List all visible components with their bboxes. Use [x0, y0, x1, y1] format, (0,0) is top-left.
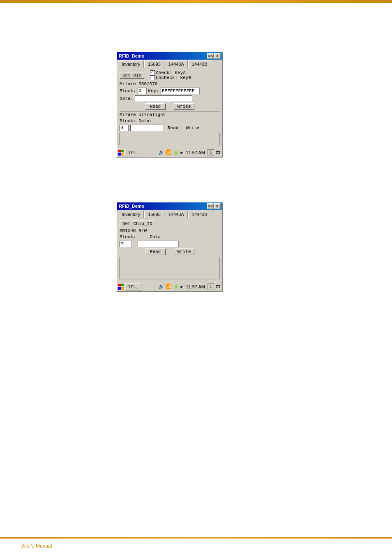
ul-block-input[interactable]: [120, 125, 129, 131]
write-btn[interactable]: Write: [174, 103, 194, 110]
tab-1-inventory[interactable]: Inventory: [118, 60, 144, 68]
ul-write-btn[interactable]: Write: [183, 125, 202, 131]
dialog-2-taskbar: RFI... 🔊 📶 🔋 ▶ 11:57 AM 1 🗔: [117, 282, 222, 291]
dialog-2-title: RFID_Demo: [119, 204, 144, 209]
window-icon: 🗔: [215, 149, 221, 156]
ul-block-data-label: Block: Data:: [120, 118, 152, 123]
d2-data-label: Data:: [150, 235, 164, 239]
ul-data-input[interactable]: [130, 125, 163, 131]
d2-block-input[interactable]: [120, 241, 132, 247]
top-bar: [0, 0, 392, 3]
data-row: Data:: [120, 95, 220, 102]
output-area-1: [120, 133, 220, 145]
ultralight-label: Mifare Ultralight: [120, 112, 166, 117]
d2-data-input[interactable]: [138, 241, 179, 247]
block-input[interactable]: [138, 88, 147, 94]
tab-1-14443a[interactable]: 14443A: [165, 60, 188, 68]
title-buttons-2: OK X: [207, 203, 221, 209]
footer-text: User's Manual: [21, 543, 52, 549]
speaker-icon: 🔊: [158, 149, 164, 156]
keya-checkbox[interactable]: [150, 70, 155, 75]
checkbox-area: Check: KeyA Uncheck: KeyB: [150, 70, 191, 80]
d2-read-btn[interactable]: Read: [145, 248, 166, 255]
tab-1-14443b[interactable]: 14443B: [188, 60, 211, 68]
dialog-1-title: RFID_Demo: [119, 53, 144, 58]
srix4k-label: SRIX4K R/W: [120, 228, 147, 233]
get-chip-id-row: Get Chip_ID: [120, 221, 220, 227]
taskbar-icons-1: 🔊 📶 🔋 ▶ 11:57 AM 1 🗔: [158, 149, 221, 156]
taskbar-time-2: 11:57 AM: [184, 284, 207, 289]
window-icon-2: 🗔: [215, 283, 221, 290]
ultralight-label-row: Mifare Ultralight: [120, 112, 220, 117]
keyb-label: Uncheck: KeyB: [156, 75, 191, 80]
d2-write-btn[interactable]: Write: [174, 248, 194, 255]
dialog-1: RFID_Demo OK X Inventory 15693 14443A 14…: [116, 51, 223, 158]
dialog-2-close-btn[interactable]: X: [214, 203, 221, 209]
speaker-icon-2: 🔊: [158, 283, 164, 290]
ul-read-btn[interactable]: Read: [165, 125, 181, 131]
battery-icon-2: 🔋: [173, 283, 179, 290]
taskbar-num-1: 1: [208, 149, 214, 156]
tab-2-inventory[interactable]: Inventory: [118, 211, 144, 218]
taskbar-app-2[interactable]: RFI...: [125, 283, 141, 290]
taskbar-time-1: 11:57 AM: [184, 150, 207, 155]
d2-block-label: Block:: [120, 235, 136, 239]
dialog-2-ok-btn[interactable]: OK: [207, 203, 214, 209]
tab-2-15693[interactable]: 15693: [144, 211, 164, 218]
dialog-1-ok-btn[interactable]: OK: [207, 53, 214, 59]
taskbar-icons-2: 🔊 📶 🔋 ▶ 11:57 AM 1 🗔: [158, 283, 221, 290]
key-label: Key:: [148, 88, 159, 93]
dialog-1-content: Get UID Check: KeyA Uncheck: KeyB Mifare…: [117, 68, 222, 148]
dialog-1-tabs: Inventory 15693 14443A 14443B: [117, 60, 222, 68]
dialog-2-content: Get Chip_ID SRIX4K R/W Block: Data: Read…: [117, 218, 222, 282]
battery-icon: 🔋: [173, 149, 179, 156]
data-input[interactable]: [135, 95, 192, 102]
key-input[interactable]: [161, 88, 200, 94]
srix4k-label-row: SRIX4K R/W: [120, 228, 220, 233]
dialog-2: RFID_Demo OK X Inventory 15693 14443A 14…: [116, 202, 223, 292]
keya-label: Check: KeyA: [156, 70, 186, 75]
play-icon: ▶: [180, 150, 183, 155]
keyb-checkbox[interactable]: [150, 75, 155, 80]
dialog-2-titlebar: RFID_Demo OK X: [117, 202, 222, 210]
ul-block-data-label-row: Block: Data:: [120, 118, 220, 123]
sep-1: [120, 111, 220, 111]
play-icon-2: ▶: [180, 284, 183, 289]
dialog-1-taskbar: RFI... 🔊 📶 🔋 ▶ 11:57 AM 1 🗔: [117, 148, 222, 157]
check-keya-row: Check: KeyA: [150, 70, 191, 75]
block-label: Block:: [120, 88, 136, 93]
ul-inputs-row: Read Write: [120, 125, 220, 131]
taskbar-app-1[interactable]: RFI...: [125, 149, 141, 156]
tab-2-14443b[interactable]: 14443B: [188, 211, 211, 218]
start-flag-icon: [118, 150, 124, 156]
mifare-s50-label: Mifare S50/S70: [120, 81, 157, 86]
dialog-2-tabs: Inventory 15693 14443A 14443B: [117, 210, 222, 218]
d2-read-write-row: Read Write: [120, 248, 220, 255]
get-uid-btn[interactable]: Get UID: [120, 72, 144, 79]
start-flag-icon-2: [118, 284, 124, 290]
title-buttons-1: OK X: [207, 53, 221, 59]
output-area-2: [120, 257, 220, 279]
block-key-row: Block: Key:: [120, 88, 220, 94]
antenna-icon: 📶: [165, 149, 172, 156]
read-btn[interactable]: Read: [145, 103, 166, 110]
data-label: Data:: [120, 96, 133, 101]
d2-inputs-row: [120, 241, 220, 247]
antenna-icon-2: 📶: [165, 283, 172, 290]
uncheck-keyb-row: Uncheck: KeyB: [150, 75, 191, 80]
get-uid-row: Get UID Check: KeyA Uncheck: KeyB: [120, 70, 220, 80]
read-write-row: Read Write: [120, 103, 220, 110]
get-chip-id-btn[interactable]: Get Chip_ID: [120, 221, 155, 227]
taskbar-num-2: 1: [208, 283, 214, 290]
bottom-bar: [0, 537, 392, 539]
mifare-label-row: Mifare S50/S70: [120, 81, 220, 86]
dialog-1-titlebar: RFID_Demo OK X: [117, 52, 222, 60]
d2-block-data-label-row: Block: Data:: [120, 235, 220, 239]
tab-2-14443a[interactable]: 14443A: [165, 211, 188, 218]
dialog-1-close-btn[interactable]: X: [214, 53, 221, 59]
tab-1-15693[interactable]: 15693: [144, 60, 164, 68]
